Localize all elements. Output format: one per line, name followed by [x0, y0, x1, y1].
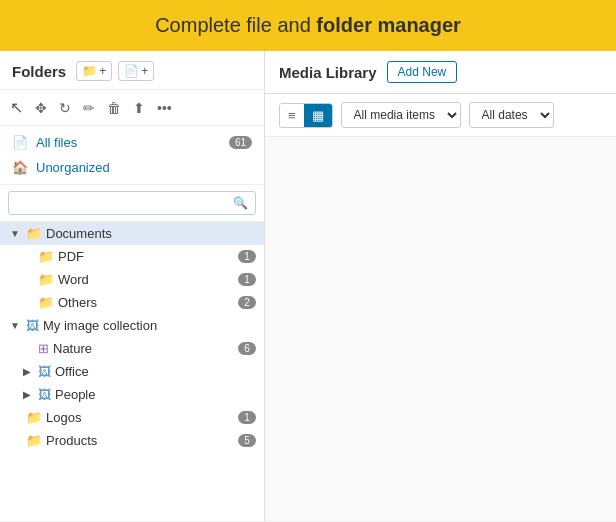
tree-item-nature-label: Nature	[53, 341, 234, 356]
tree-item-logos[interactable]: 📁 Logos 1	[0, 406, 264, 429]
tree-item-word-label: Word	[58, 272, 234, 287]
media-type-filter[interactable]: All media items	[341, 102, 461, 128]
tree-item-others-label: Others	[58, 295, 234, 310]
add-new-button[interactable]: Add New	[387, 61, 458, 83]
folder-my-image-collection-icon: 🖼	[26, 318, 39, 333]
tree-item-my-image-collection-label: My image collection	[43, 318, 256, 333]
chevron-my-image-collection: ▼	[8, 320, 22, 331]
media-library-title: Media Library	[279, 64, 377, 81]
grid-view-icon: ▦	[312, 108, 324, 123]
tree-item-documents[interactable]: ▼ 📁 Documents	[0, 222, 264, 245]
search-icon: 🔍	[233, 196, 248, 210]
tree-item-office-label: Office	[55, 364, 256, 379]
delete-icon[interactable]: 🗑	[105, 98, 123, 118]
header-text-bold: folder manager	[316, 14, 460, 36]
folder-word-icon: 📁	[38, 272, 54, 287]
chevron-documents: ▼	[8, 228, 22, 239]
new-file-button[interactable]: 📄 +	[118, 61, 154, 81]
list-view-icon: ≡	[288, 108, 296, 123]
folder-nature-icon: ⊞	[38, 341, 49, 356]
products-badge: 5	[238, 434, 256, 447]
all-files-badge: 61	[229, 136, 252, 149]
tree-item-people-label: People	[55, 387, 256, 402]
tree-item-products[interactable]: 📁 Products 5	[0, 429, 264, 452]
header-text-normal: Complete file and	[155, 14, 316, 36]
folder-documents-icon: 📁	[26, 226, 42, 241]
unorganized-icon: 🏠	[12, 160, 28, 175]
tree-item-logos-label: Logos	[46, 410, 234, 425]
main-layout: Folders 📁 + 📄 + ↖ ✥ ↻ ✏ 🗑 ⬆ ••• 📄 All f	[0, 51, 616, 521]
tree-item-others[interactable]: 📁 Others 2	[0, 291, 264, 314]
all-files-item[interactable]: 📄 All files 61	[0, 130, 264, 155]
new-folder-label: +	[99, 64, 106, 78]
tree-item-people[interactable]: ▶ 🖼 People	[0, 383, 264, 406]
all-files-section: 📄 All files 61 🏠 Unorganized	[0, 126, 264, 185]
refresh-icon[interactable]: ↻	[57, 98, 73, 118]
folders-header: Folders 📁 + 📄 +	[0, 51, 264, 90]
upload-icon[interactable]: ⬆	[131, 98, 147, 118]
folder-plus-icon: 📁	[82, 64, 97, 78]
media-header: Media Library Add New	[265, 51, 616, 94]
tree-item-office[interactable]: ▶ 🖼 Office	[0, 360, 264, 383]
new-folder-button[interactable]: 📁 +	[76, 61, 112, 81]
left-panel: Folders 📁 + 📄 + ↖ ✥ ↻ ✏ 🗑 ⬆ ••• 📄 All f	[0, 51, 265, 521]
more-icon[interactable]: •••	[155, 98, 174, 118]
view-toggle: ≡ ▦	[279, 103, 333, 128]
file-plus-icon: 📄	[124, 64, 139, 78]
folder-others-icon: 📁	[38, 295, 54, 310]
unorganized-item[interactable]: 🏠 Unorganized	[0, 155, 264, 180]
folder-pdf-icon: 📁	[38, 249, 54, 264]
toolbar: ↖ ✥ ↻ ✏ 🗑 ⬆ •••	[0, 90, 264, 126]
folder-products-icon: 📁	[26, 433, 42, 448]
list-view-button[interactable]: ≡	[280, 104, 304, 127]
date-filter[interactable]: All dates	[469, 102, 554, 128]
unorganized-label: Unorganized	[36, 160, 110, 175]
media-filters: ≡ ▦ All media items All dates	[265, 94, 616, 137]
search-input[interactable]	[8, 191, 256, 215]
folder-tree: ▼ 📁 Documents 📁 PDF 1 📁 Word 1 �	[0, 222, 264, 521]
cursor-icon: ↖	[8, 96, 25, 119]
tree-item-my-image-collection[interactable]: ▼ 🖼 My image collection	[0, 314, 264, 337]
logos-badge: 1	[238, 411, 256, 424]
new-file-label: +	[141, 64, 148, 78]
tree-item-nature[interactable]: ⊞ Nature 6	[0, 337, 264, 360]
nature-badge: 6	[238, 342, 256, 355]
folder-logos-icon: 📁	[26, 410, 42, 425]
tree-item-pdf[interactable]: 📁 PDF 1	[0, 245, 264, 268]
search-box: 🔍	[0, 185, 264, 222]
others-badge: 2	[238, 296, 256, 309]
all-files-icon: 📄	[12, 135, 28, 150]
media-content	[265, 137, 616, 521]
folder-people-icon: 🖼	[38, 387, 51, 402]
folders-title: Folders	[12, 63, 66, 80]
pdf-badge: 1	[238, 250, 256, 263]
right-panel: Media Library Add New ≡ ▦ All media item…	[265, 51, 616, 521]
page-header: Complete file and folder manager	[0, 0, 616, 51]
folder-office-icon: 🖼	[38, 364, 51, 379]
chevron-office: ▶	[20, 366, 34, 377]
grid-view-button[interactable]: ▦	[304, 104, 332, 127]
tree-item-pdf-label: PDF	[58, 249, 234, 264]
edit-icon[interactable]: ✏	[81, 98, 97, 118]
tree-item-documents-label: Documents	[46, 226, 256, 241]
all-files-label: All files	[36, 135, 77, 150]
move-icon[interactable]: ✥	[33, 98, 49, 118]
word-badge: 1	[238, 273, 256, 286]
tree-item-products-label: Products	[46, 433, 234, 448]
chevron-people: ▶	[20, 389, 34, 400]
tree-item-word[interactable]: 📁 Word 1	[0, 268, 264, 291]
